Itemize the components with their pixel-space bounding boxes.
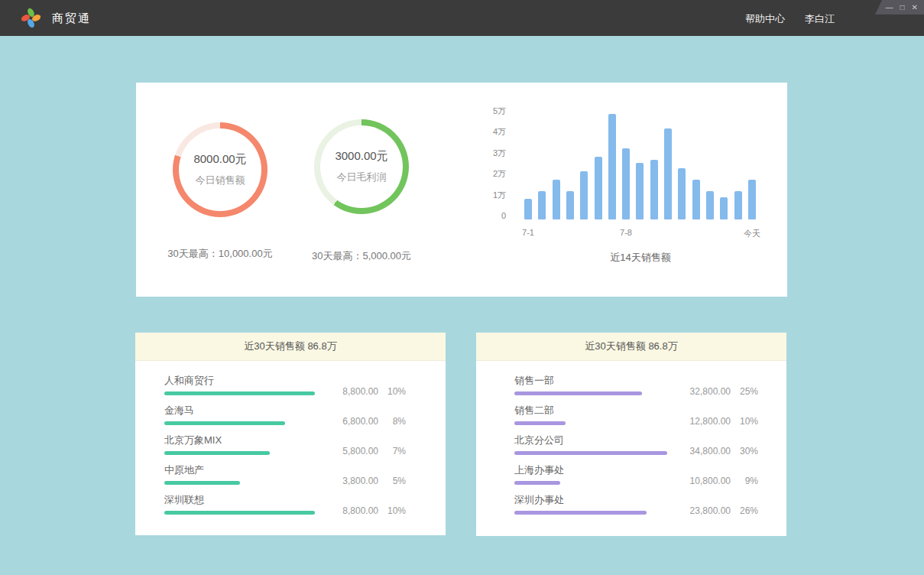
rank-item-value: 6,800.00 — [323, 416, 378, 427]
rank-item-label: 上海办事处 — [514, 463, 564, 477]
rank-item-value: 3,800.00 — [323, 476, 378, 486]
sales-14day-chart: 5万4万3万2万1万0 7-17-8今天 近14天销售额 — [488, 106, 787, 266]
rank-item-value: 23,800.00 — [676, 505, 731, 516]
sales-bar — [553, 180, 560, 219]
rank-item-bar — [164, 421, 285, 425]
x-tick-label: 7-1 — [505, 228, 551, 237]
sales-bar — [608, 114, 616, 219]
sales-bar — [524, 199, 532, 219]
list-item: 人和商贸行8,800.0010% — [135, 374, 446, 404]
rank-item-label: 深圳联想 — [164, 493, 204, 507]
rank-item-numbers: 6,800.008% — [323, 416, 406, 427]
rank-item-value: 12,800.00 — [676, 416, 731, 427]
titlebar-menu: 帮助中心 李白江 — [745, 12, 835, 26]
list-item: 北京分公司34,800.0030% — [476, 434, 786, 463]
rank-item-label: 金海马 — [164, 404, 194, 417]
rank-item-percent: 26% — [731, 505, 758, 516]
rank-item-percent: 30% — [731, 446, 758, 456]
sales-bar — [636, 163, 644, 219]
sales-bar — [748, 180, 756, 219]
rank-card-title: 近30天销售额 86.8万 — [135, 333, 446, 361]
today-sales-value: 8000.00元 — [193, 152, 246, 167]
rank-item-label: 人和商贸行 — [164, 374, 214, 388]
rank-item-percent: 8% — [378, 416, 406, 427]
today-profit-caption: 今日毛利润 — [337, 171, 387, 184]
sales-bar — [664, 128, 672, 219]
rank-item-value: 8,800.00 — [323, 505, 378, 516]
list-item: 中原地产3,800.005% — [135, 463, 446, 493]
rank-item-bar — [514, 511, 647, 515]
rank-item-label: 北京万象MIX — [164, 434, 222, 447]
rank-item-bar — [164, 391, 315, 395]
rank-item-value: 34,800.00 — [676, 446, 731, 456]
close-icon[interactable]: ✕ — [912, 4, 918, 11]
sales-bar — [622, 148, 630, 219]
rank-item-numbers: 5,800.007% — [323, 446, 406, 456]
user-name-link[interactable]: 李白江 — [805, 12, 835, 26]
rank-item-bar — [164, 481, 240, 485]
today-sales-gauge: 8000.00元 今日销售额 — [173, 122, 267, 217]
rank-item-percent: 5% — [378, 476, 406, 486]
rank-item-percent: 10% — [378, 386, 406, 397]
rank-item-bar — [514, 451, 667, 455]
chart-title: 近14天销售额 — [524, 251, 757, 265]
rank-item-numbers: 32,800.0025% — [676, 386, 758, 397]
rank-item-percent: 9% — [731, 476, 758, 486]
rank-item-bar — [164, 451, 270, 455]
y-tick-label: 3万 — [488, 148, 506, 158]
pinwheel-logo-icon — [20, 7, 42, 29]
rank-item-label: 中原地产 — [164, 463, 204, 477]
y-axis: 5万4万3万2万1万0 — [488, 106, 506, 228]
list-item: 上海办事处10,800.009% — [476, 463, 786, 493]
rank-item-percent: 10% — [731, 416, 758, 427]
maximize-icon[interactable]: □ — [900, 4, 905, 11]
x-tick-label: 7-8 — [603, 228, 649, 237]
rank-item-bar — [514, 391, 642, 395]
list-item: 金海马6,800.008% — [135, 404, 446, 434]
rank-card-title: 近30天销售额 86.8万 — [476, 333, 786, 361]
y-tick-label: 0 — [488, 210, 506, 221]
sales-bar — [734, 191, 742, 219]
sales-bar — [595, 157, 602, 219]
list-item: 深圳办事处23,800.0026% — [476, 493, 786, 523]
y-tick-label: 2万 — [488, 168, 506, 179]
sales-bar — [580, 171, 588, 219]
x-axis: 7-17-8今天 — [488, 228, 787, 240]
y-tick-label: 5万 — [488, 106, 506, 116]
rank-item-numbers: 34,800.0030% — [676, 446, 758, 456]
rank-item-numbers: 10,800.009% — [676, 476, 758, 486]
rank-item-value: 32,800.00 — [676, 386, 731, 397]
sales-bar — [678, 168, 686, 219]
rank-item-numbers: 8,800.0010% — [323, 386, 406, 397]
y-tick-label: 4万 — [488, 126, 506, 137]
sales-bar — [720, 197, 728, 219]
today-profit-gauge: 3000.00元 今日毛利润 — [314, 119, 409, 214]
window-controls: — □ ✕ — [875, 0, 924, 15]
gauge-center: 3000.00元 今日毛利润 — [320, 125, 403, 208]
customer-sales-rank-card: 近30天销售额 86.8万 人和商贸行8,800.0010%金海马6,800.0… — [135, 333, 446, 535]
rank-item-label: 北京分公司 — [514, 434, 564, 447]
titlebar: 商贸通 帮助中心 李白江 — □ ✕ — [0, 0, 924, 36]
rank-item-value: 10,800.00 — [676, 476, 731, 486]
minimize-icon[interactable]: — — [886, 4, 893, 11]
rank-item-percent: 25% — [731, 386, 758, 397]
rank-item-numbers: 23,800.0026% — [676, 505, 758, 516]
sales-bar — [692, 180, 700, 219]
sales-bar — [538, 191, 546, 219]
rank-item-label: 深圳办事处 — [514, 493, 564, 507]
rank-item-value: 5,800.00 — [323, 446, 378, 456]
rank-item-percent: 10% — [378, 505, 406, 516]
list-item: 销售一部32,800.0025% — [476, 374, 786, 404]
y-tick-label: 1万 — [488, 190, 506, 200]
rank-item-bar — [514, 421, 566, 425]
overview-card: 8000.00元 今日销售额 30天最高：10,000.00元 3000.00元… — [136, 83, 787, 297]
rank-list: 销售一部32,800.0025%销售二部12,800.0010%北京分公司34,… — [476, 361, 786, 523]
today-sales-caption: 今日销售额 — [196, 174, 245, 187]
list-item: 销售二部12,800.0010% — [476, 404, 786, 434]
help-center-link[interactable]: 帮助中心 — [745, 12, 785, 26]
rank-item-label: 销售二部 — [514, 404, 554, 417]
department-sales-rank-card: 近30天销售额 86.8万 销售一部32,800.0025%销售二部12,800… — [476, 333, 786, 536]
rank-list: 人和商贸行8,800.0010%金海马6,800.008%北京万象MIX5,80… — [135, 361, 446, 523]
sales-bars — [524, 114, 757, 219]
list-item: 深圳联想8,800.0010% — [135, 493, 446, 523]
